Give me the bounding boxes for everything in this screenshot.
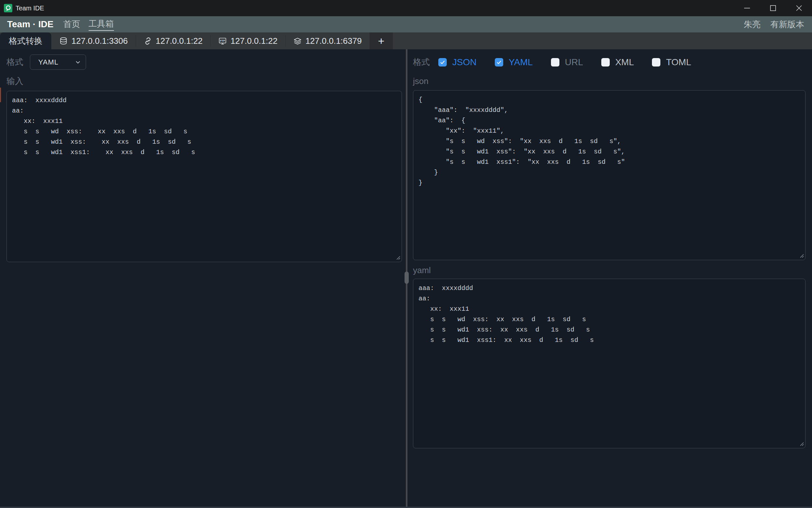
yaml-output-label: yaml [413, 265, 806, 276]
tab-format-convert[interactable]: 格式转换 [0, 33, 51, 49]
teamide-logo-icon [4, 4, 12, 12]
nav-item-toolbox[interactable]: 工具箱 [89, 18, 114, 31]
yaml-textarea-wrap: aaa: xxxxdddd aa: xx: xxx11 s s wd xss: … [413, 279, 806, 448]
input-textarea-wrap: aaa: xxxxdddd aa: xx: xxx11 s s wd xss: … [6, 91, 402, 262]
format-select-value: YAML [38, 58, 59, 67]
main-content: 格式 YAML 输入 aaa: xxxxdddd aa: xx: xxx11 s… [0, 49, 812, 508]
option-label: YAML [509, 57, 533, 68]
update-available-link[interactable]: 有新版本 [770, 19, 804, 30]
svg-text:FTP: FTP [220, 39, 225, 42]
input-label: 输入 [6, 76, 406, 87]
user-name[interactable]: 朱亮 [744, 19, 761, 30]
add-tab-button[interactable]: + [370, 33, 393, 49]
link-icon [144, 37, 152, 45]
window-controls [734, 0, 812, 16]
option-label: TOML [666, 57, 691, 68]
checkbox-toml[interactable] [652, 58, 660, 67]
output-format-label: 格式 [413, 56, 430, 68]
tab-label: 127.0.0.1:6379 [306, 36, 362, 46]
checkbox-url[interactable] [551, 58, 559, 67]
ftp-icon: FTP [218, 37, 227, 45]
maximize-icon [769, 4, 777, 12]
nav-menu: 首页 工具箱 [63, 18, 114, 31]
option-url[interactable]: URL [551, 57, 583, 68]
input-format-row: 格式 YAML [6, 54, 406, 70]
minimize-icon [743, 4, 751, 12]
window-bottom-edge [0, 507, 812, 508]
option-label: JSON [452, 57, 477, 68]
chevron-down-icon [74, 59, 81, 66]
input-textarea[interactable]: aaa: xxxxdddd aa: xx: xxx11 s s wd xss: … [6, 91, 402, 262]
tab-ftp-connection[interactable]: FTP 127.0.0.1:22 [210, 33, 285, 49]
database-icon [59, 37, 68, 45]
nav-item-home[interactable]: 首页 [63, 18, 80, 31]
tab-label: 127.0.0.1:3306 [71, 36, 128, 46]
title-bar: Team IDE [0, 0, 812, 16]
checkbox-json[interactable] [438, 58, 447, 67]
option-toml[interactable]: TOML [652, 57, 691, 68]
brand-title: Team · IDE [7, 19, 53, 30]
checkbox-yaml[interactable] [495, 58, 503, 67]
tab-label: 127.0.0.1:22 [156, 36, 203, 46]
close-button[interactable] [786, 0, 812, 16]
json-textarea-wrap: { "aaa": "xxxxdddd", "aa": { "xx": "xxx1… [413, 90, 806, 260]
yaml-output-textarea[interactable]: aaa: xxxxdddd aa: xx: xxx11 s s wd xss: … [413, 279, 806, 448]
checkbox-xml[interactable] [601, 58, 610, 67]
nav-right: 朱亮 有新版本 [744, 19, 804, 30]
option-yaml[interactable]: YAML [495, 57, 533, 68]
tab-label: 格式转换 [9, 35, 42, 47]
option-label: XML [615, 57, 634, 68]
option-xml[interactable]: XML [601, 57, 634, 68]
minimize-button[interactable] [734, 0, 760, 16]
tab-label: 127.0.0.1:22 [231, 36, 278, 46]
panel-divider[interactable] [406, 49, 408, 508]
tab-bar: 格式转换 127.0.0.1:3306 127.0.0.1:22 F [0, 33, 812, 49]
nav-bar: Team · IDE 首页 工具箱 朱亮 有新版本 [0, 16, 812, 33]
input-panel: 格式 YAML 输入 aaa: xxxxdddd aa: xx: xxx11 s… [0, 49, 406, 508]
window-title: Team IDE [15, 5, 44, 12]
format-options: JSON YAML URL [438, 57, 691, 68]
output-format-row: 格式 JSON YAML [413, 54, 806, 70]
tab-redis-connection[interactable]: 127.0.0.1:6379 [285, 33, 370, 49]
divider-drag-handle[interactable] [404, 271, 409, 284]
maximize-button[interactable] [760, 0, 786, 16]
format-select[interactable]: YAML [30, 54, 86, 70]
option-json[interactable]: JSON [438, 57, 477, 68]
check-icon [439, 59, 446, 66]
json-output-textarea[interactable]: { "aaa": "xxxxdddd", "aa": { "xx": "xxx1… [413, 90, 806, 260]
tab-ssh-connection[interactable]: 127.0.0.1:22 [136, 33, 211, 49]
json-output-label: json [413, 76, 806, 86]
option-label: URL [565, 57, 583, 68]
tab-mysql-connection[interactable]: 127.0.0.1:3306 [51, 33, 136, 49]
close-icon [795, 4, 803, 12]
screen-edge-artifact [0, 88, 1, 102]
output-panel: 格式 JSON YAML [408, 49, 812, 508]
input-format-label: 格式 [6, 56, 24, 68]
check-icon [496, 59, 502, 66]
stack-icon [293, 37, 302, 45]
